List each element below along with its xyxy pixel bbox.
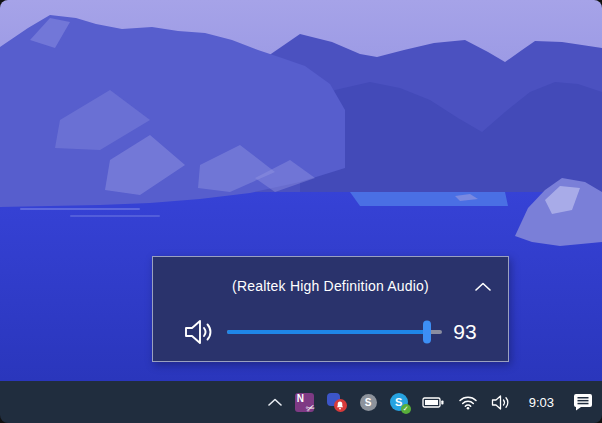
app-notification-bell-icon[interactable]	[327, 392, 347, 412]
onenote-clipper-icon[interactable]: N ✂	[295, 393, 314, 412]
taskbar: N ✂ S	[0, 381, 602, 423]
battery-icon[interactable]	[422, 395, 445, 410]
scissors-icon: ✂	[305, 400, 318, 415]
speaker-glyph	[491, 394, 512, 411]
desktop: (Realtek High Definition Audio) 93	[0, 0, 602, 423]
volume-value: 93	[442, 320, 488, 344]
system-tray: N ✂ S	[268, 381, 602, 423]
alert-app-glyph	[327, 392, 347, 412]
bell-badge	[334, 399, 347, 412]
battery-glyph	[422, 395, 445, 410]
volume-slider-track[interactable]	[227, 330, 442, 334]
action-center-icon[interactable]	[573, 393, 593, 411]
speaker-icon[interactable]	[183, 317, 217, 347]
onenote-letter: N	[297, 393, 304, 404]
bell-icon	[336, 401, 344, 410]
taskbar-clock[interactable]: 9:03	[529, 395, 554, 410]
audio-device-label[interactable]: (Realtek High Definition Audio)	[153, 278, 508, 294]
volume-tray-icon[interactable]	[491, 394, 512, 411]
action-center-glyph	[573, 393, 593, 411]
volume-slider-row: 93	[183, 314, 488, 350]
skype-online-check-icon: ✓	[401, 404, 411, 414]
skype-glyph: S ✓	[390, 393, 409, 412]
volume-slider[interactable]	[227, 319, 442, 345]
skype-for-business-status-icon[interactable]: S	[360, 394, 377, 411]
show-hidden-icons-chevron[interactable]	[268, 398, 282, 407]
skype-icon[interactable]: S ✓	[390, 393, 409, 412]
chevron-up-icon	[268, 398, 282, 407]
volume-slider-thumb[interactable]	[423, 321, 431, 344]
sfb-letter: S	[360, 394, 377, 411]
volume-flyout: (Realtek High Definition Audio) 93	[152, 256, 509, 362]
chevron-up-icon[interactable]	[475, 282, 491, 292]
onenote-clip-glyph: N ✂	[295, 393, 314, 412]
volume-slider-fill	[227, 330, 427, 334]
wifi-glyph	[458, 394, 478, 410]
wifi-icon[interactable]	[458, 394, 478, 410]
